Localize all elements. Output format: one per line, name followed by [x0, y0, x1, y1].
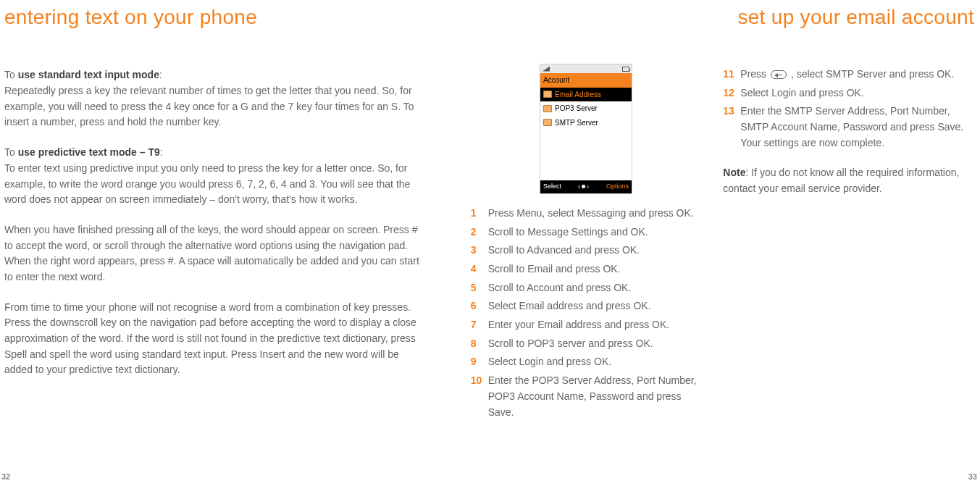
note-label: Note [723, 167, 745, 178]
folder-icon [543, 91, 552, 98]
folder-icon [543, 119, 552, 126]
step-row: 13Enter the SMTP Server Address, Port Nu… [723, 104, 976, 151]
step-number: 8 [471, 336, 488, 352]
right-page-number: 33 [968, 471, 977, 483]
step-row: 1Press Menu, select Messaging and press … [471, 206, 702, 222]
signal-icon [543, 67, 550, 72]
step-text: Enter your Email address and press OK. [488, 317, 702, 333]
step-number: 5 [471, 280, 488, 296]
step-number: 3 [471, 243, 488, 259]
step-number: 12 [723, 85, 740, 101]
step-text: Select Login and press OK. [488, 354, 702, 370]
step-row: 3Scroll to Advanced and press OK. [471, 243, 702, 259]
left-page-heading: entering text on your phone [4, 1, 420, 33]
phone-list-label: SMTP Server [555, 117, 598, 129]
phone-screenshot: Account Email Address POP3 Server SMTP S… [540, 64, 632, 194]
t9-mode-suffix: : [160, 146, 163, 158]
step-text: Enter the POP3 Server Address, Port Numb… [488, 373, 702, 420]
step-number: 7 [471, 317, 488, 333]
step-number: 6 [471, 298, 488, 314]
step-row: 4Scroll to Email and press OK. [471, 261, 702, 277]
std-mode-suffix: : [159, 69, 162, 80]
t9-mode-bold: use predictive text mode – T9 [18, 146, 160, 158]
step-row: 5Scroll to Account and press OK. [471, 280, 702, 296]
step-text: Scroll to Account and press OK. [488, 280, 702, 296]
std-mode-body: Repeatedly press a key the relevant numb… [4, 85, 414, 127]
step-row: 9Select Login and press OK. [471, 354, 702, 370]
step-number: 9 [471, 354, 488, 370]
phone-list-item: Email Address [540, 88, 632, 102]
nav-pad-icon [577, 185, 590, 189]
battery-icon [622, 67, 629, 72]
step-row: 7Enter your Email address and press OK. [471, 317, 702, 333]
step-row: 6Select Email address and press OK. [471, 298, 702, 314]
t9-mode-p3: From time to time your phone will not re… [4, 301, 416, 376]
phone-left-softkey: Select [543, 182, 561, 192]
step-number: 4 [471, 261, 488, 277]
phone-screen-title: Account [540, 73, 632, 88]
step-row: 12Select Login and press OK. [723, 85, 976, 101]
phone-softkey-bar: Select Options [540, 180, 632, 193]
folder-icon [543, 105, 552, 112]
step-number: 1 [471, 206, 488, 222]
step-text: Scroll to Message Settings and OK. [488, 225, 702, 240]
step-text: Select Email address and press OK. [488, 298, 702, 314]
right-page-heading: set up your email account [737, 1, 974, 33]
step-number: 13 [723, 104, 740, 120]
step-text: Press Menu, select Messaging and press O… [488, 206, 702, 222]
phone-list-item: SMTP Server [540, 116, 632, 130]
std-mode-bold: use standard text input mode [18, 69, 159, 80]
std-mode-prefix: To [4, 69, 18, 80]
step-row: 8Scroll to POP3 server and press OK. [471, 336, 702, 352]
back-key-icon [771, 70, 787, 79]
phone-list-label: Email Address [555, 89, 601, 101]
phone-list-label: POP3 Server [555, 103, 598, 114]
t9-mode-prefix: To [4, 146, 18, 158]
phone-right-softkey: Options [606, 182, 629, 192]
left-page-number: 32 [1, 471, 10, 483]
phone-status-bar [540, 64, 632, 73]
phone-list-item: POP3 Server [540, 101, 632, 116]
step-text: Press , select SMTP Server and press OK. [740, 67, 976, 83]
step-text: Scroll to Advanced and press OK. [488, 243, 702, 259]
step-text: Select Login and press OK. [740, 85, 976, 101]
t9-mode-p2: When you have finished pressing all of t… [4, 224, 419, 282]
t9-mode-p1: To enter text using predictive input you… [4, 162, 410, 205]
step-row: 11Press , select SMTP Server and press O… [723, 67, 976, 83]
step-row: 2Scroll to Message Settings and OK. [471, 225, 702, 240]
step-text: Scroll to POP3 server and press OK. [488, 336, 702, 352]
step-text: Enter the SMTP Server Address, Port Numb… [740, 104, 976, 151]
note-text: : If you do not know all the required in… [723, 167, 959, 194]
step-row: 10Enter the POP3 Server Address, Port Nu… [471, 373, 702, 420]
step-text: Scroll to Email and press OK. [488, 261, 702, 277]
step-number: 2 [471, 225, 488, 240]
step-number: 10 [471, 373, 488, 389]
step-number: 11 [723, 67, 740, 83]
